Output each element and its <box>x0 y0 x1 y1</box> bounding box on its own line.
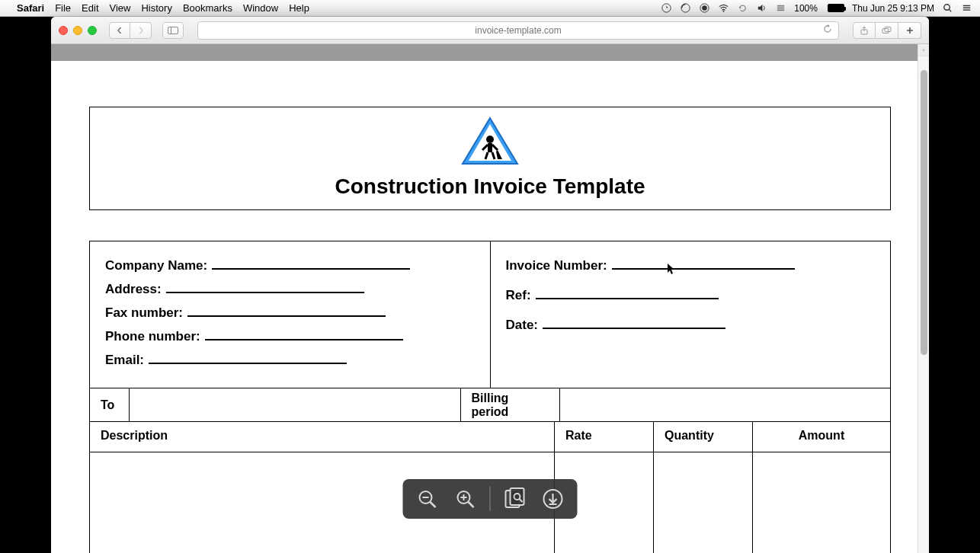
svg-rect-21 <box>488 143 492 152</box>
svg-rect-12 <box>963 9 970 10</box>
battery-icon[interactable] <box>828 4 844 12</box>
sync-icon[interactable] <box>737 2 748 14</box>
minimize-window-button[interactable] <box>73 26 82 35</box>
menu-file[interactable]: File <box>55 2 71 14</box>
dropdown-icon[interactable] <box>775 2 786 14</box>
close-window-button[interactable] <box>59 26 68 35</box>
vertical-scrollbar[interactable]: + <box>918 44 929 553</box>
quicktime-icon[interactable] <box>661 2 672 14</box>
page-header-band <box>51 44 929 61</box>
address-bar[interactable]: invoice-template.com <box>197 21 839 40</box>
pdf-toolbar-separator <box>490 487 491 511</box>
address-bar-url: invoice-template.com <box>475 25 561 36</box>
input-ref[interactable] <box>536 298 719 299</box>
svg-point-1 <box>681 4 690 12</box>
label-to: To <box>90 388 130 421</box>
safari-window: invoice-template.com <box>51 17 929 553</box>
document-header: Construction Invoice Template <box>89 107 891 210</box>
notification-center-icon[interactable] <box>961 2 972 14</box>
cell-quantity[interactable] <box>654 452 753 553</box>
mac-menubar: Safari File Edit View History Bookmarks … <box>0 0 980 17</box>
svg-rect-16 <box>882 28 889 33</box>
svg-rect-6 <box>777 8 784 9</box>
label-company-name: Company Name: <box>105 255 207 277</box>
company-info-cell: Company Name: Address: Fax number: Phone… <box>90 241 490 388</box>
svg-rect-5 <box>777 5 784 7</box>
svg-point-3 <box>702 5 707 11</box>
svg-rect-7 <box>777 9 784 11</box>
browser-viewport: Construction Invoice Template Company Na… <box>51 44 929 553</box>
construction-worker-icon <box>90 117 890 170</box>
input-fax[interactable] <box>187 315 386 317</box>
zoom-out-button[interactable] <box>414 485 441 513</box>
menu-bookmarks[interactable]: Bookmarks <box>183 2 232 14</box>
svg-rect-13 <box>168 27 178 34</box>
nav-back-forward <box>109 22 152 39</box>
input-invoice-number[interactable] <box>612 268 795 270</box>
label-invoice-number: Invoice Number: <box>506 255 607 277</box>
label-address: Address: <box>105 279 162 301</box>
menubar-app-name[interactable]: Safari <box>17 2 44 14</box>
label-email: Email: <box>105 350 144 372</box>
col-rate: Rate <box>555 422 654 452</box>
input-email[interactable] <box>149 363 347 364</box>
label-fax: Fax number: <box>105 302 183 324</box>
scrollbar-thumb[interactable] <box>921 70 927 355</box>
spotlight-icon[interactable] <box>942 2 953 14</box>
window-controls <box>59 26 97 35</box>
svg-rect-11 <box>963 8 970 8</box>
tabs-button[interactable] <box>876 22 898 39</box>
share-button[interactable] <box>853 22 876 39</box>
label-billing-period: Billing period <box>461 388 560 421</box>
input-to[interactable] <box>130 388 461 421</box>
scrollbar-add-icon[interactable]: + <box>918 44 929 56</box>
menu-help[interactable]: Help <box>289 2 309 14</box>
svg-point-4 <box>723 11 725 12</box>
label-ref: Ref: <box>506 285 531 307</box>
forward-button[interactable] <box>130 22 152 39</box>
reload-icon[interactable] <box>823 24 832 36</box>
document-title: Construction Invoice Template <box>90 174 890 199</box>
input-company-name[interactable] <box>212 268 410 270</box>
input-address[interactable] <box>166 292 364 293</box>
sidebar-toggle-button[interactable] <box>162 22 184 39</box>
svg-line-26 <box>469 502 474 507</box>
maximize-window-button[interactable] <box>88 26 97 35</box>
timemachine-icon[interactable] <box>680 2 691 14</box>
to-billing-row: To Billing period <box>89 388 891 422</box>
input-date[interactable] <box>543 328 725 329</box>
safari-toolbar: invoice-template.com <box>51 17 929 44</box>
zoom-in-button[interactable] <box>452 485 479 513</box>
label-date: Date: <box>506 315 539 337</box>
menu-history[interactable]: History <box>141 2 171 14</box>
open-preview-button[interactable] <box>501 485 529 513</box>
col-amount: Amount <box>753 422 890 452</box>
svg-point-8 <box>944 5 950 11</box>
svg-rect-17 <box>885 27 891 31</box>
back-button[interactable] <box>109 22 130 39</box>
volume-icon[interactable] <box>756 2 767 14</box>
menu-edit[interactable]: Edit <box>82 2 98 14</box>
menu-view[interactable]: View <box>110 2 131 14</box>
menu-window[interactable]: Window <box>243 2 278 14</box>
toolbar-right-buttons <box>853 22 921 39</box>
wifi-icon[interactable] <box>718 2 729 14</box>
col-quantity: Quantity <box>654 422 753 452</box>
pdf-toolbar <box>403 479 578 519</box>
svg-point-20 <box>486 136 494 143</box>
menubar-clock[interactable]: Thu Jun 25 9:13 PM <box>852 3 934 14</box>
invoice-info-cell: Invoice Number: Ref: Date: <box>490 241 891 388</box>
col-description: Description <box>90 422 555 452</box>
svg-line-23 <box>431 502 436 507</box>
cell-amount[interactable] <box>753 452 890 553</box>
svg-rect-10 <box>963 5 970 6</box>
input-phone[interactable] <box>205 339 403 340</box>
download-button[interactable] <box>540 485 567 513</box>
company-invoice-info-row: Company Name: Address: Fax number: Phone… <box>89 241 891 388</box>
svg-line-9 <box>949 9 951 11</box>
record-icon[interactable] <box>699 2 710 14</box>
line-items-header: Description Rate Quantity Amount <box>89 422 891 452</box>
add-tab-button[interactable] <box>898 22 921 39</box>
input-billing-period[interactable] <box>560 388 891 421</box>
label-phone: Phone number: <box>105 326 200 348</box>
